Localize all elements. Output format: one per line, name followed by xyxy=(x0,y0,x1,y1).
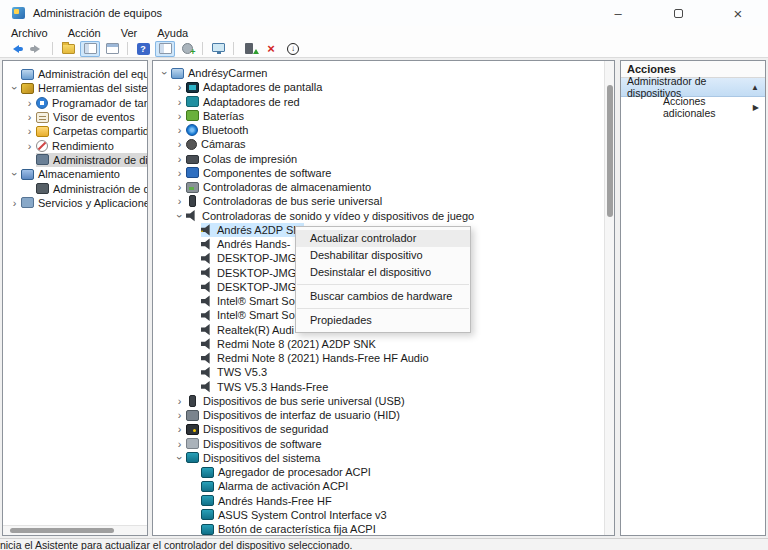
menubar-item[interactable]: Ayuda xyxy=(147,26,198,40)
chevron-collapsed-icon[interactable]: › xyxy=(173,96,186,108)
tree-item-label: Dispositivos del sistema xyxy=(203,452,320,464)
chevron-collapsed-icon[interactable]: › xyxy=(173,153,186,165)
system-device-icon xyxy=(201,524,214,535)
tree-item[interactable]: ›Componentes de software xyxy=(153,166,603,180)
tree-item[interactable]: ›Carpetas compartidas xyxy=(3,124,147,138)
chevron-collapsed-icon[interactable]: › xyxy=(173,395,186,407)
chevron-collapsed-icon[interactable]: › xyxy=(173,409,186,421)
tree-item[interactable]: TWS V5.3 xyxy=(153,365,603,379)
chevron-collapsed-icon[interactable]: › xyxy=(23,125,36,137)
console-options-button[interactable] xyxy=(177,41,197,57)
tree-item[interactable]: ›Baterías xyxy=(153,109,603,123)
chevron-collapsed-icon[interactable]: › xyxy=(173,124,186,136)
tree-item-content: Administración de disco xyxy=(36,181,148,195)
tree-item[interactable]: Redmi Note 8 (2021) Hands-Free HF Audio xyxy=(153,351,603,365)
forward-button[interactable] xyxy=(27,41,47,57)
chevron-collapsed-icon[interactable]: › xyxy=(173,81,186,93)
tree-item[interactable]: ›Rendimiento xyxy=(3,138,147,152)
uninstall-device-button[interactable]: × xyxy=(261,41,281,57)
tree-item-content: Alarma de activación ACPI xyxy=(201,479,351,493)
chevron-collapsed-icon[interactable]: › xyxy=(173,138,186,150)
tree-item-content: Administración del equipo (loca xyxy=(21,67,148,81)
tree-item[interactable]: ›Visor de eventos xyxy=(3,110,147,124)
console-tree-toggle-button[interactable] xyxy=(80,41,100,57)
tree-item-label: Colas de impresión xyxy=(203,153,297,165)
update-driver-button[interactable] xyxy=(239,41,259,57)
chevron-expanded-icon[interactable]: › xyxy=(9,82,21,95)
tree-item[interactable]: Administración de disco xyxy=(3,181,147,195)
close-button[interactable]: × xyxy=(708,0,768,26)
tree-item[interactable]: ›Dispositivos de bus serie universal (US… xyxy=(153,394,603,408)
back-button[interactable] xyxy=(5,41,25,57)
context-menu-item[interactable]: Desinstalar el dispositivo xyxy=(296,264,470,281)
menubar-item[interactable]: Archivo xyxy=(1,26,58,40)
maximize-button[interactable] xyxy=(648,0,708,26)
chevron-collapsed-icon[interactable]: › xyxy=(173,423,186,435)
tree-item[interactable]: ›Almacenamiento xyxy=(3,167,147,181)
scrollbar-thumb[interactable] xyxy=(607,85,613,217)
tree-item[interactable]: ›Adaptadores de red xyxy=(153,95,603,109)
tree-item[interactable]: ›AndrésyCarmen xyxy=(153,66,603,80)
chevron-expanded-icon[interactable]: › xyxy=(9,168,21,181)
chevron-collapsed-icon[interactable]: › xyxy=(23,111,36,123)
horizontal-scrollbar[interactable] xyxy=(3,525,147,535)
context-menu-item[interactable]: Deshabilitar dispositivo xyxy=(296,247,470,264)
tree-item[interactable]: Botón de característica fija ACPI xyxy=(153,522,603,536)
context-menu-item[interactable]: Buscar cambios de hardware xyxy=(296,288,470,305)
tree-item[interactable]: ›Dispositivos de software xyxy=(153,437,603,451)
disable-device-button[interactable]: ↓ xyxy=(283,41,303,57)
tree-item[interactable]: ›Dispositivos de seguridad xyxy=(153,422,603,436)
tree-item[interactable]: Administración del equipo (loca xyxy=(3,67,147,81)
audio-device-icon xyxy=(201,267,213,279)
context-menu-item[interactable]: Actualizar controlador xyxy=(296,230,470,247)
chevron-collapsed-icon[interactable]: › xyxy=(23,140,36,152)
tree-item[interactable]: ›Dispositivos de interfaz de usuario (HI… xyxy=(153,408,603,422)
help-button[interactable]: ? xyxy=(133,41,153,57)
chevron-collapsed-icon[interactable]: › xyxy=(173,167,186,179)
tree-item[interactable]: Agregador de procesador ACPI xyxy=(153,465,603,479)
chevron-collapsed-icon[interactable]: › xyxy=(173,195,186,207)
tree-item[interactable]: TWS V5.3 Hands-Free xyxy=(153,380,603,394)
minimize-button[interactable]: – xyxy=(588,0,648,26)
audio-device-icon xyxy=(201,352,213,364)
chevron-expanded-icon[interactable]: › xyxy=(159,67,171,80)
tree-item[interactable]: ›Dispositivos del sistema xyxy=(153,451,603,465)
tree-item[interactable]: Andrés Hands-Free HF xyxy=(153,494,603,508)
tree-item[interactable]: ›Colas de impresión xyxy=(153,152,603,166)
list-view-button[interactable] xyxy=(102,41,122,57)
menubar-item[interactable]: Ver xyxy=(111,26,148,40)
actions-item-additional[interactable]: Acciones adicionales ▶ xyxy=(621,97,765,117)
tree-item[interactable]: ›Cámaras xyxy=(153,137,603,151)
chevron-collapsed-icon[interactable]: › xyxy=(8,197,21,209)
tree-item[interactable]: Administrador de dispos xyxy=(3,153,147,167)
tree-item[interactable]: ›Controladoras de almacenamiento xyxy=(153,180,603,194)
chevron-collapsed-icon[interactable]: › xyxy=(173,181,186,193)
chevron-collapsed-icon[interactable]: › xyxy=(173,110,186,122)
tree-item[interactable]: ›Programador de tareas xyxy=(3,96,147,110)
chevron-expanded-icon[interactable]: › xyxy=(174,209,186,222)
tree-item[interactable]: ›Bluetooth xyxy=(153,123,603,137)
tree-item[interactable]: ASUS System Control Interface v3 xyxy=(153,508,603,522)
tree-item[interactable]: ›Adaptadores de pantalla xyxy=(153,80,603,94)
tree-item[interactable]: ›Controladoras de bus serie universal xyxy=(153,194,603,208)
up-folder-button[interactable] xyxy=(58,41,78,57)
chevron-collapsed-icon[interactable]: › xyxy=(173,438,186,450)
chevron-expanded-icon[interactable]: › xyxy=(174,451,186,464)
scrollbar-thumb[interactable] xyxy=(10,528,114,533)
tree-item[interactable]: Alarma de activación ACPI xyxy=(153,479,603,493)
tree-item[interactable]: ›Controladoras de sonido y vídeo y dispo… xyxy=(153,209,603,223)
tree-item[interactable]: ›Servicios y Aplicaciones xyxy=(3,196,147,210)
submenu-icon: ▶ xyxy=(753,103,759,112)
usb-controller-icon xyxy=(189,195,196,207)
chevron-collapsed-icon[interactable]: › xyxy=(23,97,36,109)
remote-monitor-button[interactable] xyxy=(208,41,228,57)
tree-item[interactable]: Redmi Note 8 (2021) A2DP SNK xyxy=(153,337,603,351)
vertical-scrollbar[interactable] xyxy=(604,61,614,535)
status-text: Inicia el Asistente para actualizar el c… xyxy=(0,539,352,550)
tree-item-content: Andrés A2DP SN xyxy=(201,223,304,237)
action-pane-toggle-button[interactable] xyxy=(155,41,175,57)
menubar-item[interactable]: Acción xyxy=(58,26,111,40)
context-menu-item[interactable]: Propiedades xyxy=(296,312,470,329)
tree-item-content: Controladoras de almacenamiento xyxy=(186,180,374,194)
tree-item[interactable]: ›Herramientas del sistema xyxy=(3,81,147,95)
